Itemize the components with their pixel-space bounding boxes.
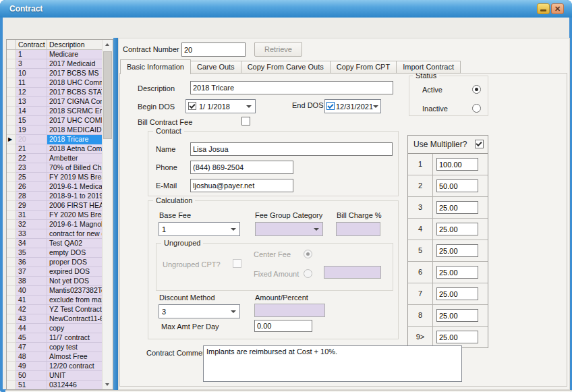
multiplier-value-input[interactable]: [436, 179, 478, 192]
table-row[interactable]: 36 proper DOS: [7, 258, 113, 267]
table-row[interactable]: 13 2017 CIGNA Comr: [7, 97, 113, 107]
description-input[interactable]: [190, 81, 393, 94]
row-selector-cell[interactable]: [7, 211, 16, 220]
grid-cell-contract[interactable]: 28: [16, 192, 47, 201]
contact-name-input[interactable]: [190, 142, 393, 156]
table-row[interactable]: 3 2017 Medicaid: [7, 59, 113, 69]
tab-copy-from-cpt[interactable]: Copy From CPT: [331, 61, 397, 74]
tab-carve-outs[interactable]: Carve Outs: [191, 61, 241, 74]
row-selector-cell[interactable]: ▶: [7, 135, 16, 144]
end-dos-picker[interactable]: 12/31/2021: [324, 99, 381, 113]
max-amt-per-day-input[interactable]: [254, 320, 312, 332]
row-selector-cell[interactable]: [7, 333, 16, 343]
multiplier-value-input[interactable]: [436, 158, 478, 171]
row-selector-cell[interactable]: [7, 286, 16, 296]
row-selector-cell[interactable]: [7, 97, 16, 107]
table-row[interactable]: 47 copy test: [7, 343, 113, 352]
row-selector-cell[interactable]: [7, 258, 16, 267]
table-row[interactable]: ▶ 20 2018 Tricare: [7, 135, 113, 144]
scroll-down-icon[interactable]: [103, 379, 113, 389]
row-selector-cell[interactable]: [7, 69, 16, 78]
discount-method-select[interactable]: 3: [159, 304, 240, 318]
row-selector-cell[interactable]: [7, 277, 16, 286]
panel-splitter[interactable]: [113, 38, 118, 390]
tab-basic-information[interactable]: Basic Information: [120, 59, 191, 74]
row-selector-cell[interactable]: [7, 239, 16, 248]
row-selector-cell[interactable]: [7, 296, 16, 305]
grid-cell-contract[interactable]: 36: [16, 258, 47, 267]
table-row[interactable]: 12 2017 BCBS STAT: [7, 88, 113, 97]
grid-cell-contract[interactable]: 33: [16, 229, 47, 239]
grid-cell-contract[interactable]: 32: [16, 220, 47, 229]
table-row[interactable]: 25 FY 2019 MS Breas: [7, 173, 113, 182]
multiplier-value-input[interactable]: [436, 244, 478, 257]
table-row[interactable]: 1 Medicare: [7, 50, 113, 59]
scrollbar-thumb[interactable]: [103, 51, 112, 139]
tab-import-contract[interactable]: Import Contract: [397, 61, 461, 74]
multiplier-value-input[interactable]: [436, 266, 478, 279]
grid-cell-contract[interactable]: 3: [16, 59, 47, 69]
row-selector-cell[interactable]: [7, 163, 16, 173]
row-selector-cell[interactable]: [7, 229, 16, 239]
grid-cell-contract[interactable]: 40: [16, 286, 47, 296]
row-selector-cell[interactable]: [7, 324, 16, 333]
grid-cell-contract[interactable]: 21: [16, 144, 47, 154]
grid-cell-contract[interactable]: 14: [16, 107, 47, 116]
table-row[interactable]: 21 2018 Aetna Comm: [7, 144, 113, 154]
multiplier-value-input[interactable]: [436, 287, 478, 300]
row-selector-cell[interactable]: [7, 50, 16, 59]
table-row[interactable]: 33 contract for new d: [7, 229, 113, 239]
table-row[interactable]: 50 UNIT: [7, 371, 113, 381]
table-row[interactable]: 26 2019-6-1 Medicaid: [7, 182, 113, 192]
grid-cell-contract[interactable]: 48: [16, 352, 47, 362]
row-selector-cell[interactable]: [7, 173, 16, 182]
table-row[interactable]: 49 12/20 contract: [7, 362, 113, 371]
row-selector-cell[interactable]: [7, 371, 16, 381]
multiplier-value-input[interactable]: [436, 201, 478, 214]
table-row[interactable]: 10 2017 BCBS MS: [7, 69, 113, 78]
row-selector-cell[interactable]: [7, 144, 16, 154]
table-row[interactable]: 11 2018 UHC Comme: [7, 78, 113, 88]
row-selector-cell[interactable]: [7, 88, 16, 97]
grid-cell-contract[interactable]: 10: [16, 69, 47, 78]
table-row[interactable]: 38 Not yet DOS: [7, 277, 113, 286]
status-active-radio[interactable]: [472, 85, 481, 94]
row-selector-cell[interactable]: [7, 314, 16, 324]
multiplier-value-input[interactable]: [436, 223, 478, 235]
row-selector-cell[interactable]: [7, 220, 16, 229]
base-fee-select[interactable]: 1: [159, 222, 240, 236]
grid-scrollbar[interactable]: [102, 40, 113, 389]
row-selector-cell[interactable]: [7, 116, 16, 125]
table-row[interactable]: 44 copy: [7, 324, 113, 333]
bill-contract-fee-checkbox[interactable]: [241, 117, 250, 125]
table-row[interactable]: 23 70% of Billed Char: [7, 163, 113, 173]
table-row[interactable]: 32 2019-6-1 Magnolia: [7, 220, 113, 229]
grid-cell-contract[interactable]: 22: [16, 154, 47, 163]
begin-dos-picker[interactable]: 1/ 1/2018: [185, 99, 256, 113]
row-selector-cell[interactable]: [7, 381, 16, 390]
table-row[interactable]: 28 2018-9-1 to 2019-: [7, 192, 113, 201]
table-row[interactable]: 15 2017 UHC COMM: [7, 116, 113, 125]
grid-cell-contract[interactable]: 26: [16, 182, 47, 192]
status-inactive-radio[interactable]: [472, 104, 481, 113]
grid-cell-contract[interactable]: 47: [16, 343, 47, 352]
tab-copy-from-carve-outs[interactable]: Copy From Carve Outs: [241, 61, 331, 74]
table-row[interactable]: 14 2018 SCRMC Emp: [7, 107, 113, 116]
use-multiplier-checkbox[interactable]: [475, 140, 484, 148]
minimize-button[interactable]: [537, 3, 550, 14]
table-row[interactable]: 29 2006 FIRST HEAL: [7, 201, 113, 211]
close-button[interactable]: ✕: [551, 3, 564, 14]
row-selector-cell[interactable]: [7, 248, 16, 258]
grid-cell-contract[interactable]: 20: [16, 135, 47, 144]
grid-cell-contract[interactable]: 1: [16, 50, 47, 59]
row-selector-cell[interactable]: [7, 352, 16, 362]
grid-cell-contract[interactable]: 31: [16, 211, 47, 220]
table-row[interactable]: 48 Almost Free: [7, 352, 113, 362]
grid-cell-contract[interactable]: 25: [16, 173, 47, 182]
grid-cell-contract[interactable]: 50: [16, 371, 47, 381]
row-selector-cell[interactable]: [7, 78, 16, 88]
grid-cell-contract[interactable]: 23: [16, 163, 47, 173]
table-row[interactable]: 51 0312446: [7, 381, 113, 390]
grid-cell-contract[interactable]: 49: [16, 362, 47, 371]
table-row[interactable]: 43 NewContract11-6: [7, 314, 113, 324]
